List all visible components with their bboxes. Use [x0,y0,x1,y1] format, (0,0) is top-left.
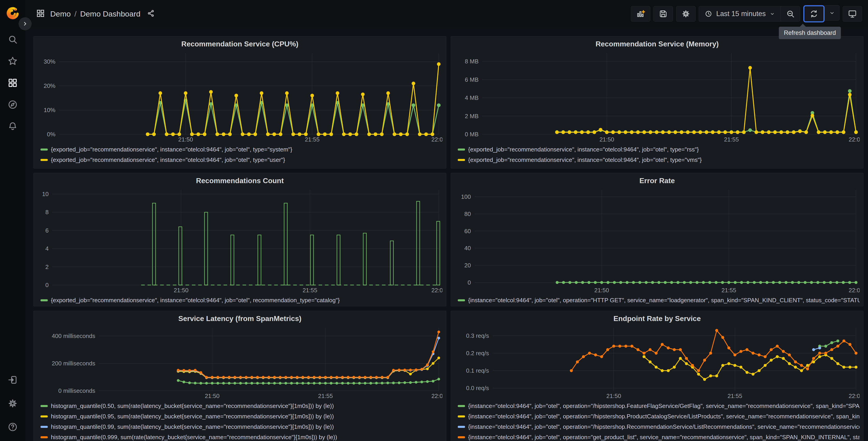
svg-text:40: 40 [464,245,471,252]
chart-canvas[interactable]: 0 milliseconds200 milliseconds400 millis… [37,325,442,401]
legend-swatch-icon [458,426,465,428]
svg-text:21:50: 21:50 [599,136,614,143]
chart-canvas[interactable]: 0 MB2 MB4 MB6 MB8 MB21:5021:5522:00 [455,50,860,144]
grafana-logo-icon[interactable] [6,6,20,20]
sidebar-item-starred[interactable] [7,55,19,67]
save-icon [658,9,668,19]
legend-item[interactable]: histogram_quantile(0.50, sum(rate(latenc… [37,401,442,411]
svg-text:2: 2 [45,264,49,270]
refresh-icon [809,9,819,19]
legend-label: histogram_quantile(0.99, sum(rate(latenc… [51,423,334,430]
sidebar-item-server-admin[interactable] [7,398,19,409]
compass-icon [7,99,18,110]
chevron-right-icon [22,21,28,27]
legend-item[interactable]: {instance="otelcol:9464", job="otel", op… [455,421,860,432]
legend-swatch-icon [458,415,465,417]
legend-item[interactable]: {exported_job="recommendationservice", i… [455,144,860,155]
legend-swatch-icon [40,159,48,161]
legend-item[interactable]: {instance="otelcol:9464", job="otel", op… [455,401,860,411]
chart-canvas[interactable]: 02040608010021:5021:5522:00 [455,187,860,295]
kiosk-mode-button[interactable] [843,6,862,22]
svg-text:0: 0 [45,282,49,288]
sign-in-icon [7,375,18,385]
svg-text:21:55: 21:55 [721,287,736,294]
breadcrumb-folder[interactable]: Demo [50,9,71,18]
svg-text:4: 4 [45,245,49,252]
svg-text:21:55: 21:55 [724,136,739,143]
svg-text:21:55: 21:55 [727,392,742,399]
svg-text:0.3 req/s: 0.3 req/s [466,332,489,339]
chart-canvas[interactable]: 024681021:5021:5522:00 [37,187,442,295]
zoom-out-time-button[interactable] [781,6,800,22]
svg-text:0: 0 [468,279,471,286]
panel-title[interactable]: Recommendation Service (CPU%) [37,38,442,50]
legend-label: {instance="otelcol:9464", job="otel", op… [468,423,860,430]
legend-item[interactable]: {instance="otelcol:9464", job="otel", op… [455,295,860,305]
svg-text:10: 10 [42,190,49,198]
svg-text:21:50: 21:50 [205,392,219,399]
panel-recommendations-count: Recommendations Count024681021:5021:5522… [33,173,446,306]
svg-text:80: 80 [464,210,471,217]
gear-icon [681,9,691,19]
breadcrumb: Demo / Demo Dashboard [50,9,141,18]
expand-sidebar-button[interactable] [19,17,32,30]
refresh-dashboard-button[interactable] [803,5,825,22]
sidebar-item-search[interactable] [7,33,19,45]
chart-canvas[interactable]: 0.0 req/s0.1 req/s0.2 req/s0.3 req/s21:5… [455,325,860,401]
gear-icon [7,398,18,409]
svg-text:21:55: 21:55 [305,136,319,143]
legend-item[interactable]: histogram_quantile(0.95, sum(rate(latenc… [37,411,442,421]
legend-swatch-icon [458,405,465,407]
panel-title[interactable]: Error Rate [455,175,860,187]
svg-text:21:55: 21:55 [303,287,317,294]
legend-label: histogram_quantile(0.50, sum(rate(latenc… [51,403,334,410]
svg-text:22:00: 22:00 [848,136,860,143]
dashboard-settings-button[interactable] [676,6,695,22]
svg-text:60: 60 [464,228,471,235]
sidebar-item-sign-in[interactable] [7,374,19,386]
panel-title[interactable]: Service Latency (from SpanMetrics) [37,313,442,325]
sidebar-item-alerting[interactable] [7,120,19,132]
star-icon [7,56,18,66]
legend-item[interactable]: {exported_job="recommendationservice", i… [37,155,442,165]
legend-swatch-icon [40,426,48,428]
legend-item[interactable]: histogram_quantile(0.999, sum(rate(laten… [37,432,442,441]
save-dashboard-button[interactable] [653,6,673,22]
sidebar-item-help[interactable] [7,421,19,433]
svg-text:21:50: 21:50 [607,392,621,399]
legend-label: {instance="otelcol:9464", job="otel", op… [468,403,860,410]
legend-item[interactable]: histogram_quantile(0.99, sum(rate(latenc… [37,421,442,432]
panel-title[interactable]: Recommendations Count [37,175,442,187]
chart-canvas[interactable]: 0%10%20%30%21:5021:5522:00 [37,50,442,144]
legend-item[interactable]: {instance="otelcol:9464", job="otel", op… [455,411,860,421]
svg-text:0.1 req/s: 0.1 req/s [466,367,489,374]
legend-item[interactable]: {instance="otelcol:9464", job="otel", op… [455,432,860,441]
legend-label: histogram_quantile(0.95, sum(rate(latenc… [51,413,334,420]
dashboard-grid-icon[interactable] [36,9,45,19]
svg-text:21:55: 21:55 [318,392,333,399]
sidebar [0,0,25,441]
share-dashboard-button[interactable] [146,9,155,18]
svg-text:22:00: 22:00 [848,287,860,294]
sidebar-item-explore[interactable] [7,99,19,111]
legend-item[interactable]: {exported_job="recommendationservice", i… [37,144,442,155]
add-panel-button[interactable] [631,6,650,22]
panel-title[interactable]: Recommendation Service (Memory) [455,38,860,50]
add-panel-icon [636,9,645,19]
legend-label: {exported_job="recommendationservice", i… [51,156,285,164]
legend-label: {exported_job="recommendationservice", i… [468,146,699,153]
legend-label: {instance="otelcol:9464", job="otel", op… [468,434,860,441]
legend-swatch-icon [458,299,465,301]
breadcrumb-dashboard[interactable]: Demo Dashboard [80,9,140,18]
panel-legend: {instance="otelcol:9464", job="otel", op… [455,401,860,441]
refresh-interval-dropdown[interactable] [825,5,839,21]
legend-item[interactable]: {exported_job="recommendationservice", i… [37,295,442,305]
sidebar-item-dashboards[interactable] [7,77,19,89]
time-range-picker[interactable]: Last 15 minutes [699,6,781,22]
legend-item[interactable]: {exported_job="recommendationservice", i… [455,155,860,165]
svg-text:20: 20 [464,262,471,269]
svg-text:21:50: 21:50 [174,287,188,294]
panel-title[interactable]: Endpoint Rate by Service [455,313,860,325]
legend-swatch-icon [40,436,48,438]
help-icon [7,421,18,432]
